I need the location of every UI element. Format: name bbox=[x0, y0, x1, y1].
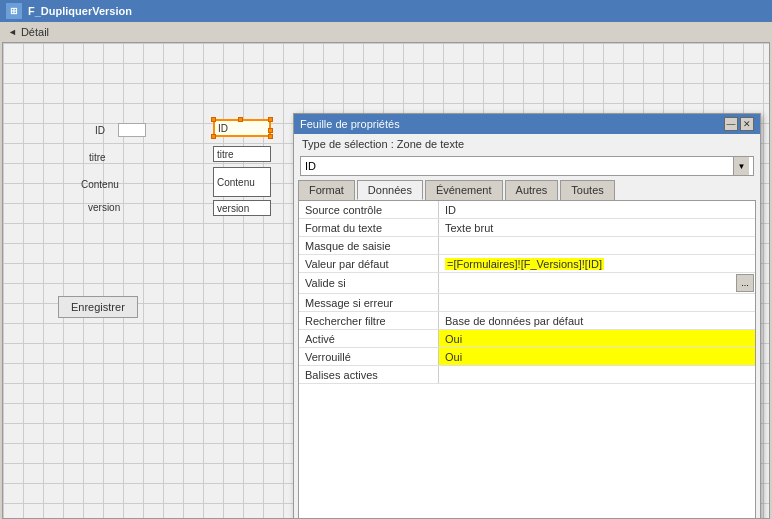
prop-name-source: Source contrôle bbox=[299, 201, 439, 218]
prop-value-rechercher[interactable]: Base de données par défaut bbox=[439, 312, 755, 329]
prop-name-masque: Masque de saisie bbox=[299, 237, 439, 254]
prop-source-controle: Source contrôle ID bbox=[299, 201, 755, 219]
selection-value: ID bbox=[305, 160, 316, 172]
contenu-field-right[interactable]: Contenu bbox=[213, 167, 271, 197]
title-bar-label: F_DupliquerVersion bbox=[28, 5, 132, 17]
section-arrow: ◄ bbox=[8, 27, 17, 37]
handle-tr bbox=[268, 117, 273, 122]
prop-name-verrouille: Verrouillé bbox=[299, 348, 439, 365]
titre-field-right[interactable]: titre bbox=[213, 146, 271, 162]
version-field-right[interactable]: version bbox=[213, 200, 271, 216]
section-label: ◄ Détail bbox=[0, 22, 772, 42]
app-icon: ⊞ bbox=[6, 3, 22, 19]
panel-title-label: Feuille de propriétés bbox=[300, 118, 400, 130]
prop-name-active: Activé bbox=[299, 330, 439, 347]
tab-toutes[interactable]: Toutes bbox=[560, 180, 614, 200]
prop-balises-actives: Balises actives bbox=[299, 366, 755, 384]
combo-arrow-icon[interactable]: ▼ bbox=[733, 157, 749, 175]
panel-title-bar: Feuille de propriétés — ✕ bbox=[294, 114, 760, 134]
tab-donnees[interactable]: Données bbox=[357, 180, 423, 200]
title-bar: ⊞ F_DupliquerVersion bbox=[0, 0, 772, 22]
tab-autres[interactable]: Autres bbox=[505, 180, 559, 200]
main-area: ◄ Détail ID titre Contenu version ID tit… bbox=[0, 22, 772, 519]
selection-combo[interactable]: ID ▼ bbox=[300, 156, 754, 176]
panel-title-buttons: — ✕ bbox=[724, 117, 754, 131]
contenu-field-text: Contenu bbox=[217, 177, 255, 188]
prop-value-format[interactable]: Texte brut bbox=[439, 219, 755, 236]
handle-mr bbox=[268, 128, 273, 133]
id-box-left[interactable] bbox=[118, 123, 146, 137]
prop-rechercher-filtre: Rechercher filtre Base de données par dé… bbox=[299, 312, 755, 330]
prop-valide-si: Valide si ... bbox=[299, 273, 755, 294]
prop-format-texte: Format du texte Texte brut bbox=[299, 219, 755, 237]
prop-valeur-defaut: Valeur par défaut =[Formulaires]![F_Vers… bbox=[299, 255, 755, 273]
id-label-left: ID bbox=[95, 125, 105, 136]
prop-message-erreur: Message si erreur bbox=[299, 294, 755, 312]
handle-br bbox=[268, 134, 273, 139]
prop-name-rechercher: Rechercher filtre bbox=[299, 312, 439, 329]
prop-active: Activé Oui bbox=[299, 330, 755, 348]
panel-close-btn[interactable]: ✕ bbox=[740, 117, 754, 131]
panel-subtitle: Type de sélection : Zone de texte bbox=[294, 134, 760, 154]
handle-ml bbox=[211, 134, 216, 139]
prop-value-message[interactable] bbox=[439, 294, 755, 311]
prop-name-balises: Balises actives bbox=[299, 366, 439, 383]
selection-row: ID ▼ bbox=[294, 154, 760, 178]
subtitle-label: Type de sélection : bbox=[302, 138, 394, 150]
prop-value-source[interactable]: ID bbox=[439, 201, 755, 218]
props-table: Source contrôle ID Format du texte Texte… bbox=[298, 200, 756, 519]
prop-value-balises[interactable] bbox=[439, 366, 755, 383]
prop-name-valide: Valide si bbox=[299, 273, 439, 293]
enregistrer-button[interactable]: Enregistrer bbox=[58, 296, 138, 318]
valeur-highlight: =[Formulaires]![F_Versions]![ID] bbox=[445, 258, 604, 270]
handle-tm bbox=[238, 117, 243, 122]
grid-area: ID titre Contenu version ID titre Conten… bbox=[2, 42, 770, 519]
prop-value-valeur[interactable]: =[Formulaires]![F_Versions]![ID] bbox=[439, 255, 755, 272]
prop-value-masque[interactable] bbox=[439, 237, 755, 254]
contenu-label-left: Contenu bbox=[81, 179, 119, 190]
panel-minimize-btn[interactable]: — bbox=[724, 117, 738, 131]
prop-name-valeur: Valeur par défaut bbox=[299, 255, 439, 272]
tab-format[interactable]: Format bbox=[298, 180, 355, 200]
prop-value-active[interactable]: Oui bbox=[439, 330, 755, 347]
properties-panel: Feuille de propriétés — ✕ Type de sélect… bbox=[293, 113, 761, 519]
prop-value-verrouille[interactable]: Oui bbox=[439, 348, 755, 365]
prop-masque-saisie: Masque de saisie bbox=[299, 237, 755, 255]
version-label-left: version bbox=[88, 202, 120, 213]
ellipsis-button[interactable]: ... bbox=[736, 274, 754, 292]
titre-field-text: titre bbox=[217, 149, 234, 160]
titre-label-left: titre bbox=[89, 152, 106, 163]
prop-name-message: Message si erreur bbox=[299, 294, 439, 311]
tab-evenement[interactable]: Événement bbox=[425, 180, 503, 200]
handle-tl bbox=[211, 117, 216, 122]
tabs-row: Format Données Événement Autres Toutes bbox=[294, 178, 760, 200]
section-name: Détail bbox=[21, 26, 49, 38]
subtitle-value: Zone de texte bbox=[397, 138, 464, 150]
prop-value-valide[interactable] bbox=[439, 273, 735, 293]
version-field-text: version bbox=[217, 203, 249, 214]
prop-name-format: Format du texte bbox=[299, 219, 439, 236]
prop-verrouille: Verrouillé Oui bbox=[299, 348, 755, 366]
id-field-text: ID bbox=[218, 123, 228, 134]
